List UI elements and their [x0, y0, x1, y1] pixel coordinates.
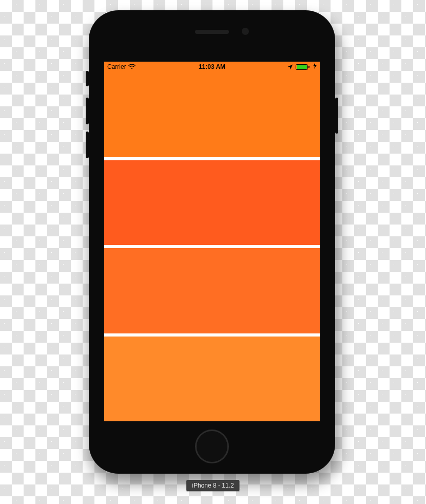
- location-arrow-icon: [287, 64, 293, 70]
- status-left-group: Carrier: [107, 62, 135, 72]
- status-bar: Carrier 11:03 AM: [104, 62, 320, 72]
- device-screen: Carrier 11:03 AM: [104, 62, 320, 421]
- volume-up-button[interactable]: [86, 98, 89, 124]
- bolt-icon: [313, 62, 317, 72]
- power-button[interactable]: [335, 98, 338, 134]
- volume-down-button[interactable]: [86, 132, 89, 158]
- earpiece-speaker: [195, 30, 229, 34]
- wifi-icon: [128, 64, 135, 69]
- carrier-label: Carrier: [107, 62, 126, 72]
- color-row: [104, 157, 320, 246]
- home-button[interactable]: [195, 430, 229, 463]
- color-rows: [104, 62, 320, 421]
- iphone-device-frame: Carrier 11:03 AM: [89, 10, 335, 474]
- color-row: [104, 245, 320, 333]
- device-caption: iPhone 8 - 11.2: [186, 480, 239, 491]
- battery-full-icon: [296, 64, 309, 70]
- color-row: [104, 62, 320, 157]
- front-camera: [242, 28, 249, 35]
- color-row: [104, 333, 320, 422]
- mute-switch[interactable]: [86, 71, 89, 86]
- status-right-group: [287, 62, 317, 72]
